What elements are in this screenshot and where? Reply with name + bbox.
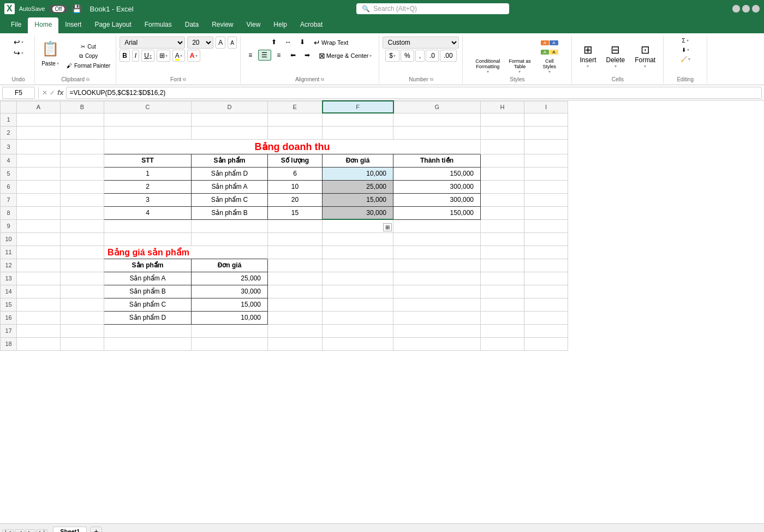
cell-b1[interactable]: [61, 113, 104, 126]
cell-a17[interactable]: [17, 324, 61, 337]
fill-color-button[interactable]: A ▾: [172, 50, 185, 62]
cell-c14[interactable]: Sản phẩm B: [104, 285, 192, 298]
align-bottom-button[interactable]: ⬇: [296, 37, 309, 47]
cell-f2[interactable]: [323, 126, 393, 139]
cell-h18[interactable]: [481, 337, 524, 350]
number-format-select[interactable]: Custom: [383, 37, 459, 49]
cell-i18[interactable]: [524, 337, 568, 350]
sheet-nav-first[interactable]: |◀: [2, 529, 14, 532]
cell-c10[interactable]: [104, 232, 192, 246]
row-header-14[interactable]: 14: [1, 285, 17, 298]
row-header-5[interactable]: 5: [1, 167, 17, 180]
cut-button[interactable]: ✂ Cut: [64, 43, 112, 51]
cell-a2[interactable]: [17, 126, 61, 139]
cell-f6[interactable]: 25,000: [323, 180, 393, 193]
percent-button[interactable]: %: [401, 50, 414, 62]
merge-center-button[interactable]: ⊠ Merge & Center ▾: [315, 50, 376, 62]
cell-f14[interactable]: [323, 285, 393, 298]
col-header-b[interactable]: B: [61, 101, 104, 113]
cell-g5[interactable]: 150,000: [393, 167, 481, 180]
border-button[interactable]: ⊞ ▾: [157, 50, 170, 62]
cell-g16[interactable]: [393, 311, 481, 324]
cell-d15[interactable]: 15,000: [192, 298, 268, 311]
cell-g9[interactable]: [393, 219, 481, 232]
alignment-expand[interactable]: ⧉: [321, 77, 324, 82]
cell-g18[interactable]: [393, 337, 481, 350]
cell-d14[interactable]: 30,000: [192, 285, 268, 298]
cell-i9[interactable]: [524, 219, 568, 232]
cell-d4[interactable]: Sản phẩm: [192, 154, 268, 167]
cell-c3-title[interactable]: Bảng doanh thu: [104, 139, 481, 154]
format-button[interactable]: ⊡ Format ▾: [630, 42, 660, 70]
font-color-button[interactable]: A ▾: [187, 50, 200, 62]
paste-options-icon[interactable]: ⊞: [383, 223, 392, 231]
cell-d1[interactable]: [192, 113, 268, 126]
tab-formulas[interactable]: Formulas: [138, 17, 178, 33]
clear-button[interactable]: 🧹 ▾: [677, 55, 694, 63]
row-header-4[interactable]: 4: [1, 154, 17, 167]
cell-i16[interactable]: [524, 311, 568, 324]
increase-indent-button[interactable]: ➡: [301, 50, 314, 61]
col-header-i[interactable]: I: [524, 101, 568, 113]
col-header-a[interactable]: A: [17, 101, 61, 113]
cell-g4[interactable]: Thành tiền: [393, 154, 481, 167]
number-expand[interactable]: ⧉: [430, 77, 433, 82]
comma-button[interactable]: ,: [415, 50, 425, 62]
autosave-toggle[interactable]: Off: [49, 5, 67, 13]
cell-c13[interactable]: Sản phẩm A: [104, 272, 192, 285]
cell-a15[interactable]: [17, 298, 61, 311]
col-header-d[interactable]: D: [192, 101, 268, 113]
cell-e14[interactable]: [268, 285, 323, 298]
cell-b4[interactable]: [61, 154, 104, 167]
format-as-table-button[interactable]: Format asTable ▾: [505, 37, 534, 75]
sheet-tab-sheet1[interactable]: Sheet1: [53, 527, 87, 532]
row-header-18[interactable]: 18: [1, 337, 17, 350]
cell-f4[interactable]: Đơn giá: [323, 154, 393, 167]
cell-h15[interactable]: [481, 298, 524, 311]
sheet-nav-last[interactable]: ▶|: [37, 529, 48, 532]
cell-d5[interactable]: Sản phẩm D: [192, 167, 268, 180]
tab-acrobat[interactable]: Acrobat: [294, 17, 329, 33]
cell-h7[interactable]: [481, 193, 524, 206]
cell-h14[interactable]: [481, 285, 524, 298]
cell-a13[interactable]: [17, 272, 61, 285]
row-header-7[interactable]: 7: [1, 193, 17, 206]
cell-i14[interactable]: [524, 285, 568, 298]
cell-i1[interactable]: [524, 113, 568, 126]
cell-h9[interactable]: [481, 219, 524, 232]
cell-f5[interactable]: 10,000: [323, 167, 393, 180]
col-header-g[interactable]: G: [393, 101, 481, 113]
underline-button[interactable]: U ▾: [141, 50, 154, 62]
decimal-decrease-button[interactable]: .00: [440, 50, 457, 62]
col-header-c[interactable]: C: [104, 101, 192, 113]
cell-g8[interactable]: 150,000: [393, 206, 481, 219]
row-header-17[interactable]: 17: [1, 324, 17, 337]
cell-g1[interactable]: [393, 113, 481, 126]
cell-f12[interactable]: [323, 259, 393, 272]
cell-c8[interactable]: 4: [104, 206, 192, 219]
cell-h16[interactable]: [481, 311, 524, 324]
cell-e13[interactable]: [268, 272, 323, 285]
cell-f17[interactable]: [323, 324, 393, 337]
cell-g6[interactable]: 300,000: [393, 180, 481, 193]
cell-d10[interactable]: [192, 232, 268, 246]
cell-c9[interactable]: [104, 219, 192, 232]
cell-c5[interactable]: 1: [104, 167, 192, 180]
sheet-nav-prev[interactable]: ◀: [15, 529, 25, 532]
cell-b2[interactable]: [61, 126, 104, 139]
row-header-1[interactable]: 1: [1, 113, 17, 126]
tab-view[interactable]: View: [240, 17, 267, 33]
row-header-12[interactable]: 12: [1, 259, 17, 272]
grow-font-button[interactable]: A: [216, 37, 225, 49]
cell-e16[interactable]: [268, 311, 323, 324]
insert-button[interactable]: ⊞ Insert ▾: [575, 42, 600, 70]
paste-button[interactable]: 📋: [38, 37, 62, 61]
cell-c17[interactable]: [104, 324, 192, 337]
cell-g13[interactable]: [393, 272, 481, 285]
cell-g10[interactable]: [393, 232, 481, 246]
wrap-text-button[interactable]: ↵ Wrap Text: [310, 37, 352, 49]
cell-i4[interactable]: [524, 154, 568, 167]
row-header-11[interactable]: 11: [1, 246, 17, 259]
row-header-16[interactable]: 16: [1, 311, 17, 324]
cell-b9[interactable]: [61, 219, 104, 232]
